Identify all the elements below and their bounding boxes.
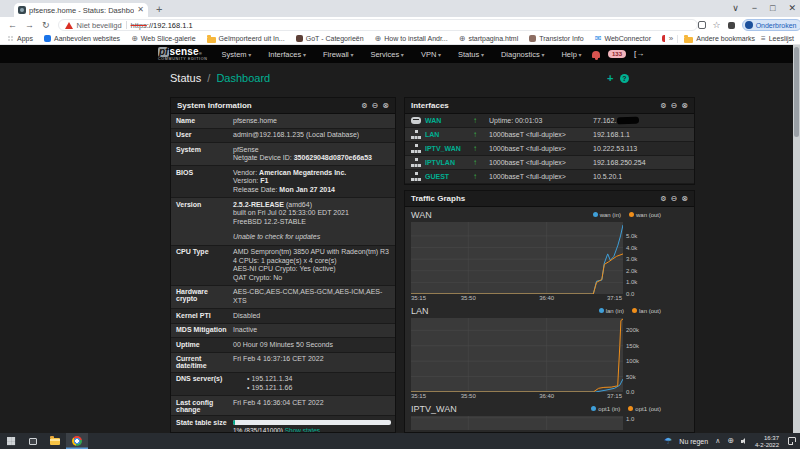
scrollbar-thumb[interactable] [794, 47, 799, 137]
network-icon[interactable]: ⊕ [727, 437, 734, 445]
minimize-panel-icon[interactable]: ⊖ [671, 194, 678, 203]
bookmark-item[interactable]: ⊕Web Slice-galerie [131, 35, 195, 43]
browser-tab[interactable]: pfsense.home - Status: Dashbo ✕ [14, 3, 148, 17]
bookmark-item[interactable]: ⊕startpagina.html [459, 35, 519, 43]
close-panel-icon[interactable]: ⊗ [382, 101, 389, 110]
menu-status[interactable]: Status [458, 50, 484, 59]
value-line: AES-CBC,AES-CCM,AES-GCM,AES-ICM,AES-XTS [233, 288, 391, 305]
close-panel-icon[interactable]: ⊗ [681, 101, 688, 110]
graph-x-axis: 35:1535:5036:4037:15 [411, 294, 623, 303]
status-up-icon: ↑ [473, 158, 489, 167]
minimize-panel-icon[interactable]: ⊖ [372, 101, 379, 110]
wrench-icon[interactable]: ⚙ [361, 102, 367, 110]
add-widget-icon[interactable]: + [607, 73, 613, 84]
weather-umbrella-icon[interactable]: ☂ [664, 437, 672, 446]
forward-icon[interactable]: → [25, 21, 34, 30]
bookmark-item[interactable]: ⊕How to install Andr... [375, 35, 448, 43]
extensions-icon[interactable] [728, 22, 735, 29]
row-label: Kernel PTI [171, 309, 229, 324]
bookmark-item[interactable]: Transistor Info [529, 35, 583, 42]
weather-label[interactable]: Nu regen [679, 438, 708, 445]
reading-list-button[interactable]: ≡ Leeslijst [761, 35, 794, 43]
graph-title-row: IPTV_WANopt1 (in)opt1 (out) [411, 401, 661, 416]
notifications-bell-icon[interactable] [592, 51, 600, 58]
minimize-panel-icon[interactable]: ⊖ [671, 101, 678, 110]
table-row: Last config changeFri Feb 4 16:36:04 CET… [171, 396, 395, 416]
lan-interface-icon [411, 172, 421, 181]
interface-ip: 192.168.1.1 [593, 131, 688, 138]
menu-firewall[interactable]: Firewall [323, 50, 354, 59]
breadcrumb-page: Dashboard [216, 72, 270, 84]
new-tab-button[interactable]: + [156, 4, 162, 15]
value-line: pfsense.home [233, 117, 391, 126]
profile-avatar [745, 21, 753, 29]
page-viewport: pf sense ® COMMUNITY EDITION SystemInter… [0, 45, 800, 433]
menu-services[interactable]: Services [370, 50, 403, 59]
interface-link[interactable]: IPTV_WAN [425, 145, 461, 152]
back-icon[interactable]: ← [8, 21, 17, 30]
close-panel-icon[interactable]: ⊗ [681, 194, 688, 203]
site-icon [296, 35, 303, 42]
page-scrollbar[interactable] [793, 45, 800, 433]
task-view-button[interactable] [22, 433, 44, 449]
legend-dot [591, 406, 596, 411]
row-value: Disabled [229, 309, 395, 324]
share-icon[interactable] [698, 21, 706, 29]
tab-close-icon[interactable]: ✕ [137, 6, 144, 14]
profile-button[interactable]: Onderbroken [742, 19, 800, 31]
omnibox[interactable]: Niet beveiligd https://192.168.1.1 [58, 19, 698, 31]
legend-dot [599, 308, 604, 313]
graph-y-axis: 0.050k100k150k200k [626, 318, 656, 392]
interface-link[interactable]: WAN [425, 117, 441, 124]
logo-registered-mark: ® [199, 52, 202, 56]
menu-vpn[interactable]: VPN [421, 50, 441, 59]
bookmark-item[interactable]: Geïmporteerd uit In... [207, 35, 285, 43]
bookmark-item[interactable]: ✉WebConnector [595, 35, 651, 43]
file-explorer-icon [50, 438, 60, 445]
notifications-badge[interactable]: 133 [608, 50, 626, 58]
table-row: Uptime00 Hour 09 Minutes 50 Seconds [171, 338, 395, 353]
tab-search-icon[interactable]: ∨ [732, 1, 739, 16]
window-minimize-button[interactable]: − [752, 1, 757, 16]
logout-icon[interactable]: [→ [634, 50, 644, 58]
menu-diagnostics[interactable]: Diagnostics [501, 50, 544, 59]
bookmarks-overflow-icon[interactable]: » [665, 34, 677, 43]
interface-link[interactable]: GUEST [425, 173, 449, 180]
chrome-taskbar-button[interactable] [66, 433, 88, 449]
menu-system[interactable]: System [222, 50, 252, 59]
bookmark-item[interactable]: GoT - Categorieën [296, 35, 364, 42]
help-icon[interactable]: ? [620, 74, 629, 83]
volume-icon[interactable] [741, 438, 748, 445]
logo-pf: pf [158, 47, 169, 57]
wrench-icon[interactable]: ⚙ [660, 102, 666, 110]
interfaces-title: Interfaces [411, 101, 660, 110]
interface-ip: 10.5.20.1 [593, 173, 688, 180]
reload-icon[interactable]: ↻ [42, 21, 50, 30]
breadcrumb-section[interactable]: Status [170, 72, 201, 84]
hidden-icons-chevron[interactable]: ∧ [715, 437, 720, 445]
progress-bar [233, 420, 391, 425]
bookmark-item[interactable]: Apps [7, 35, 33, 42]
row-value: pfSenseNetgate Device ID: 350629048d0870… [229, 143, 395, 166]
start-button[interactable] [0, 433, 22, 449]
wrench-icon[interactable]: ⚙ [660, 195, 666, 203]
table-row: State table size1% (835/141000) Show sta… [171, 416, 395, 433]
window-close-button[interactable]: ✕ [788, 1, 796, 16]
bookmark-item[interactable]: Aanbevolen websites [44, 35, 120, 42]
action-center-icon[interactable] [788, 437, 796, 445]
menu-interfaces[interactable]: Interfaces [268, 50, 306, 59]
other-bookmarks-button[interactable]: Andere bookmarks [684, 35, 755, 43]
interface-link[interactable]: IPTVLAN [425, 159, 455, 166]
bookmark-star-icon[interactable]: ☆ [713, 21, 721, 30]
pfsense-logo[interactable]: pf sense ® COMMUNITY EDITION [158, 47, 208, 62]
menu-help[interactable]: Help [561, 50, 581, 59]
graph-title: LAN [411, 306, 599, 316]
window-maximize-button[interactable]: □ [770, 1, 775, 16]
security-chip-label[interactable]: Niet beveiligd [77, 21, 122, 30]
taskbar-clock[interactable]: 16:37 4-2-2022 [755, 435, 779, 448]
url-text[interactable]: https://192.168.1.1 [131, 21, 193, 30]
value-line [233, 226, 391, 233]
legend-dot [629, 212, 634, 217]
interface-link[interactable]: LAN [425, 131, 439, 138]
file-explorer-button[interactable] [44, 433, 66, 449]
